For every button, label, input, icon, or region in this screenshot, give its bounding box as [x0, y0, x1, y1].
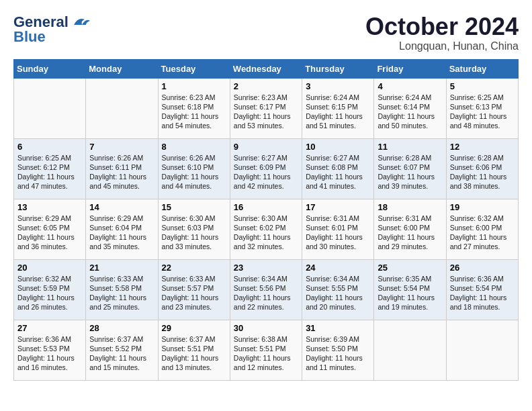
month-title: October 2024	[365, 13, 519, 40]
calendar-day-cell: 29Sunrise: 6:37 AMSunset: 5:51 PMDayligh…	[158, 320, 230, 380]
calendar-day-cell	[446, 320, 518, 380]
calendar-day-cell: 4Sunrise: 6:24 AMSunset: 6:14 PMDaylight…	[374, 78, 446, 138]
day-number: 7	[89, 142, 154, 152]
day-number: 22	[162, 263, 226, 273]
calendar-day-cell: 23Sunrise: 6:34 AMSunset: 5:56 PMDayligh…	[230, 259, 302, 320]
logo-general: General	[13, 13, 69, 30]
day-of-week-header: Friday	[374, 59, 446, 78]
day-of-week-header: Saturday	[446, 59, 518, 78]
day-info: Sunrise: 6:36 AMSunset: 5:54 PMDaylight:…	[450, 274, 515, 312]
day-of-week-header: Thursday	[302, 59, 374, 78]
day-number: 19	[450, 202, 515, 212]
calendar-day-cell: 27Sunrise: 6:36 AMSunset: 5:53 PMDayligh…	[14, 320, 86, 380]
day-number: 14	[89, 202, 154, 212]
day-number: 16	[234, 202, 298, 212]
day-number: 12	[450, 142, 515, 152]
day-number: 20	[17, 263, 82, 273]
calendar-day-cell: 12Sunrise: 6:28 AMSunset: 6:06 PMDayligh…	[446, 138, 518, 199]
day-number: 17	[306, 202, 370, 212]
day-number: 15	[162, 202, 226, 212]
day-number: 6	[17, 142, 82, 152]
day-number: 3	[306, 81, 370, 91]
day-number: 30	[234, 323, 298, 333]
day-number: 2	[234, 81, 298, 91]
day-info: Sunrise: 6:29 AMSunset: 6:05 PMDaylight:…	[17, 214, 82, 252]
day-number: 11	[378, 142, 442, 152]
day-info: Sunrise: 6:24 AMSunset: 6:14 PMDaylight:…	[378, 93, 442, 131]
calendar-day-cell: 9Sunrise: 6:27 AMSunset: 6:09 PMDaylight…	[230, 138, 302, 199]
day-info: Sunrise: 6:33 AMSunset: 5:58 PMDaylight:…	[89, 274, 154, 312]
calendar-day-cell: 18Sunrise: 6:31 AMSunset: 6:00 PMDayligh…	[374, 199, 446, 259]
calendar-day-cell: 26Sunrise: 6:36 AMSunset: 5:54 PMDayligh…	[446, 259, 518, 320]
day-number: 9	[234, 142, 298, 152]
day-info: Sunrise: 6:27 AMSunset: 6:09 PMDaylight:…	[234, 153, 298, 191]
day-info: Sunrise: 6:32 AMSunset: 6:00 PMDaylight:…	[450, 214, 515, 252]
day-info: Sunrise: 6:25 AMSunset: 6:13 PMDaylight:…	[450, 93, 515, 131]
day-of-week-header: Tuesday	[158, 59, 230, 78]
calendar-week-row: 1Sunrise: 6:23 AMSunset: 6:18 PMDaylight…	[14, 78, 519, 138]
location: Longquan, Hunan, China	[365, 40, 519, 52]
day-info: Sunrise: 6:31 AMSunset: 6:01 PMDaylight:…	[306, 214, 370, 252]
day-number: 1	[162, 81, 226, 91]
day-number: 4	[378, 81, 442, 91]
calendar-table: SundayMondayTuesdayWednesdayThursdayFrid…	[13, 59, 519, 381]
calendar-header-row: SundayMondayTuesdayWednesdayThursdayFrid…	[14, 59, 519, 78]
day-info: Sunrise: 6:30 AMSunset: 6:03 PMDaylight:…	[162, 214, 226, 252]
calendar-day-cell: 30Sunrise: 6:38 AMSunset: 5:51 PMDayligh…	[230, 320, 302, 380]
day-of-week-header: Sunday	[14, 59, 86, 78]
calendar-day-cell	[374, 320, 446, 380]
day-info: Sunrise: 6:33 AMSunset: 5:57 PMDaylight:…	[162, 274, 226, 312]
day-number: 26	[450, 263, 515, 273]
day-info: Sunrise: 6:31 AMSunset: 6:00 PMDaylight:…	[378, 214, 442, 252]
calendar-day-cell: 16Sunrise: 6:30 AMSunset: 6:02 PMDayligh…	[230, 199, 302, 259]
day-info: Sunrise: 6:38 AMSunset: 5:51 PMDaylight:…	[234, 334, 298, 373]
day-info: Sunrise: 6:28 AMSunset: 6:06 PMDaylight:…	[450, 153, 515, 191]
day-number: 24	[306, 263, 370, 273]
day-number: 28	[89, 323, 154, 333]
calendar-day-cell: 15Sunrise: 6:30 AMSunset: 6:03 PMDayligh…	[158, 199, 230, 259]
day-info: Sunrise: 6:32 AMSunset: 5:59 PMDaylight:…	[17, 274, 82, 312]
day-of-week-header: Monday	[86, 59, 158, 78]
day-info: Sunrise: 6:36 AMSunset: 5:53 PMDaylight:…	[17, 334, 82, 373]
calendar-day-cell: 1Sunrise: 6:23 AMSunset: 6:18 PMDaylight…	[158, 78, 230, 138]
calendar-day-cell: 20Sunrise: 6:32 AMSunset: 5:59 PMDayligh…	[14, 259, 86, 320]
calendar-day-cell: 7Sunrise: 6:26 AMSunset: 6:11 PMDaylight…	[86, 138, 158, 199]
day-number: 5	[450, 81, 515, 91]
title-block: October 2024 Longquan, Hunan, China	[365, 13, 519, 52]
calendar-day-cell: 5Sunrise: 6:25 AMSunset: 6:13 PMDaylight…	[446, 78, 518, 138]
day-number: 25	[378, 263, 442, 273]
logo-bird-icon	[71, 15, 90, 29]
day-info: Sunrise: 6:34 AMSunset: 5:55 PMDaylight:…	[306, 274, 370, 312]
calendar-day-cell: 17Sunrise: 6:31 AMSunset: 6:01 PMDayligh…	[302, 199, 374, 259]
calendar-day-cell: 24Sunrise: 6:34 AMSunset: 5:55 PMDayligh…	[302, 259, 374, 320]
day-number: 8	[162, 142, 226, 152]
day-info: Sunrise: 6:37 AMSunset: 5:52 PMDaylight:…	[89, 334, 154, 373]
day-number: 13	[17, 202, 82, 212]
calendar-week-row: 13Sunrise: 6:29 AMSunset: 6:05 PMDayligh…	[14, 199, 519, 259]
calendar-day-cell: 19Sunrise: 6:32 AMSunset: 6:00 PMDayligh…	[446, 199, 518, 259]
calendar-day-cell: 25Sunrise: 6:35 AMSunset: 5:54 PMDayligh…	[374, 259, 446, 320]
logo: General Blue	[13, 13, 90, 46]
calendar-day-cell: 28Sunrise: 6:37 AMSunset: 5:52 PMDayligh…	[86, 320, 158, 380]
day-info: Sunrise: 6:28 AMSunset: 6:07 PMDaylight:…	[378, 153, 442, 191]
calendar-day-cell: 22Sunrise: 6:33 AMSunset: 5:57 PMDayligh…	[158, 259, 230, 320]
day-number: 23	[234, 263, 298, 273]
day-number: 31	[306, 323, 370, 333]
calendar-week-row: 27Sunrise: 6:36 AMSunset: 5:53 PMDayligh…	[14, 320, 519, 380]
day-of-week-header: Wednesday	[230, 59, 302, 78]
day-info: Sunrise: 6:29 AMSunset: 6:04 PMDaylight:…	[89, 214, 154, 252]
calendar-day-cell: 3Sunrise: 6:24 AMSunset: 6:15 PMDaylight…	[302, 78, 374, 138]
day-info: Sunrise: 6:23 AMSunset: 6:18 PMDaylight:…	[162, 93, 226, 131]
day-info: Sunrise: 6:27 AMSunset: 6:08 PMDaylight:…	[306, 153, 370, 191]
day-info: Sunrise: 6:23 AMSunset: 6:17 PMDaylight:…	[234, 93, 298, 131]
day-info: Sunrise: 6:30 AMSunset: 6:02 PMDaylight:…	[234, 214, 298, 252]
calendar-day-cell: 6Sunrise: 6:25 AMSunset: 6:12 PMDaylight…	[14, 138, 86, 199]
day-info: Sunrise: 6:24 AMSunset: 6:15 PMDaylight:…	[306, 93, 370, 131]
calendar-day-cell: 2Sunrise: 6:23 AMSunset: 6:17 PMDaylight…	[230, 78, 302, 138]
day-info: Sunrise: 6:35 AMSunset: 5:54 PMDaylight:…	[378, 274, 442, 312]
day-info: Sunrise: 6:26 AMSunset: 6:11 PMDaylight:…	[89, 153, 154, 191]
calendar-day-cell: 31Sunrise: 6:39 AMSunset: 5:50 PMDayligh…	[302, 320, 374, 380]
calendar-day-cell: 10Sunrise: 6:27 AMSunset: 6:08 PMDayligh…	[302, 138, 374, 199]
day-number: 29	[162, 323, 226, 333]
calendar-day-cell: 21Sunrise: 6:33 AMSunset: 5:58 PMDayligh…	[86, 259, 158, 320]
